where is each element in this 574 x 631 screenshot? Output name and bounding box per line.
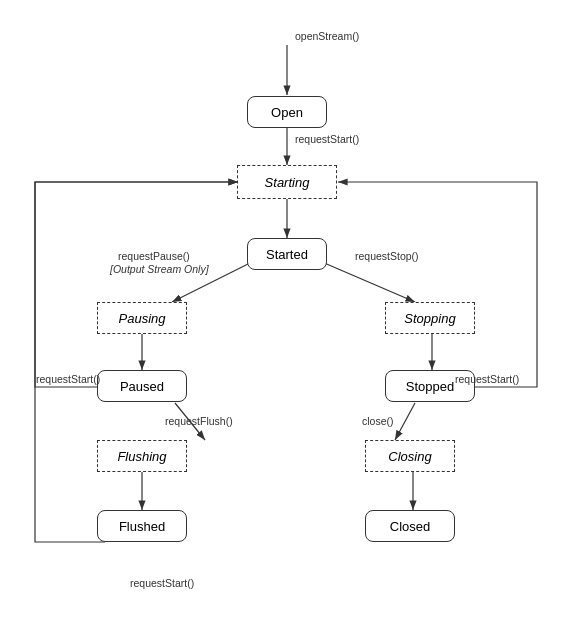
state-paused: Paused	[97, 370, 187, 402]
state-pausing: Pausing	[97, 302, 187, 334]
state-started: Started	[247, 238, 327, 270]
label-requeststop: requestStop()	[355, 250, 419, 262]
label-requestflush: requestFlush()	[165, 415, 233, 427]
state-open: Open	[247, 96, 327, 128]
svg-line-10	[395, 403, 415, 440]
diagram-svg	[0, 0, 574, 631]
state-flushed: Flushed	[97, 510, 187, 542]
label-requeststart-stopped: requestStart()	[455, 373, 519, 385]
label-close: close()	[362, 415, 394, 427]
label-outputstreamonly: [Output Stream Only]	[110, 263, 209, 275]
state-starting: Starting	[237, 165, 337, 199]
state-closed: Closed	[365, 510, 455, 542]
label-requeststart-paused: requestStart()	[36, 373, 100, 385]
label-requeststart-flushed: requestStart()	[130, 577, 194, 589]
state-flushing: Flushing	[97, 440, 187, 472]
state-closing: Closing	[365, 440, 455, 472]
label-requestpause: requestPause()	[118, 250, 190, 262]
state-stopping: Stopping	[385, 302, 475, 334]
diagram-container: Open Starting Started Pausing Paused Flu…	[0, 0, 574, 631]
svg-line-8	[322, 262, 415, 302]
label-requeststart1: requestStart()	[295, 133, 359, 145]
label-openstream: openStream()	[295, 30, 359, 42]
